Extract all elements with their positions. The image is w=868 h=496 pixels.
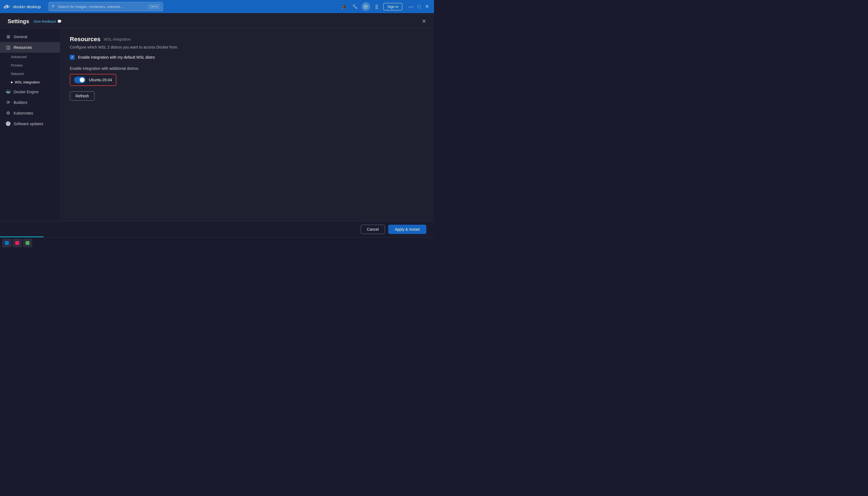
page-heading: Resources WSL integration xyxy=(70,36,424,43)
give-feedback-link[interactable]: Give feedback 💬 xyxy=(33,19,62,24)
default-distro-checkbox[interactable] xyxy=(70,55,75,60)
sidebar-item-builders[interactable]: ⟳ Builders xyxy=(0,97,60,108)
ubuntu-distro-row: Ubuntu-20.04 xyxy=(70,74,116,86)
sidebar-item-software-updates[interactable]: 🕐 Software updates xyxy=(0,118,60,129)
learn-icon-btn[interactable]: 🎓 xyxy=(340,2,348,11)
sidebar: ⊞ General ◫ Resources Advanced Proxies N… xyxy=(0,28,60,221)
active-dot xyxy=(11,81,13,83)
maximize-button[interactable]: □ xyxy=(416,4,422,9)
sidebar-item-wsl-integration[interactable]: WSL integration xyxy=(11,78,60,87)
search-icon: 🔍 xyxy=(51,5,56,9)
network-label: Network xyxy=(11,72,24,76)
ubuntu-distro-name: Ubuntu-20.04 xyxy=(89,78,112,82)
give-feedback-label: Give feedback xyxy=(33,19,56,24)
app-title: docker desktop xyxy=(13,4,41,9)
sign-in-button[interactable]: Sign in xyxy=(383,3,403,10)
svg-rect-2 xyxy=(7,6,8,7)
sidebar-item-advanced[interactable]: Advanced xyxy=(11,52,60,61)
settings-footer: Cancel Apply & restart xyxy=(0,221,434,237)
page-title-text: Resources xyxy=(70,36,100,43)
taskbar-item-3[interactable] xyxy=(23,238,32,247)
search-shortcut: Ctrl+K xyxy=(148,4,160,9)
docker-engine-label: Docker Engine xyxy=(14,90,39,94)
settings-icon-btn[interactable]: ⚙️ xyxy=(362,2,370,11)
resources-icon: ◫ xyxy=(5,45,11,50)
cancel-button[interactable]: Cancel xyxy=(361,225,385,234)
svg-rect-3 xyxy=(5,5,6,6)
settings-title: Settings xyxy=(7,18,29,25)
sidebar-item-general[interactable]: ⊞ General xyxy=(0,31,60,42)
search-box[interactable]: 🔍 Search for images, containers, volumes… xyxy=(49,2,163,11)
settings-panel: Settings Give feedback 💬 ✕ ⊞ General ◫ R… xyxy=(0,13,434,237)
taskbar-item-2[interactable] xyxy=(13,238,22,247)
window-controls: — □ ✕ xyxy=(407,4,431,9)
ubuntu-toggle[interactable] xyxy=(74,77,85,83)
feedback-icon: 💬 xyxy=(57,19,62,24)
grid-icon-btn[interactable]: ⣿ xyxy=(373,2,381,11)
default-distro-label: Enable integration with my default WSL d… xyxy=(78,55,155,59)
builders-label: Builders xyxy=(14,100,28,105)
titlebar-actions: 🎓 🔧 ⚙️ ⣿ Sign in xyxy=(340,2,403,11)
taskbar-icon-1 xyxy=(5,241,9,245)
kubernetes-label: Kubernetes xyxy=(14,111,33,115)
sidebar-item-proxies[interactable]: Proxies xyxy=(11,61,60,69)
sidebar-item-network[interactable]: Network xyxy=(11,69,60,78)
svg-rect-1 xyxy=(5,6,6,7)
wsl-label: WSL integration xyxy=(15,80,40,84)
additional-distros-label: Enable integration with additional distr… xyxy=(70,66,424,71)
taskbar-icon-3 xyxy=(26,241,29,245)
titlebar: docker desktop 🔍 Search for images, cont… xyxy=(0,0,434,13)
docker-engine-icon: 🐳 xyxy=(5,89,11,94)
taskbar-icon-2 xyxy=(15,241,19,245)
refresh-label: Refresh xyxy=(76,94,89,98)
apply-restart-button[interactable]: Apply & restart xyxy=(388,225,426,234)
advanced-label: Advanced xyxy=(11,55,27,59)
search-placeholder-text: Search for images, containers, volumes..… xyxy=(58,5,123,9)
page-subtitle-text: WSL integration xyxy=(104,37,131,42)
svg-rect-4 xyxy=(7,5,8,6)
settings-header: Settings Give feedback 💬 ✕ xyxy=(0,13,434,28)
refresh-button[interactable]: Refresh xyxy=(70,91,95,100)
progress-bar xyxy=(0,236,44,237)
section-description: Configure which WSL 2 distros you want t… xyxy=(70,45,424,49)
sidebar-general-label: General xyxy=(14,35,27,39)
close-settings-button[interactable]: ✕ xyxy=(422,18,426,25)
software-updates-icon: 🕐 xyxy=(5,121,11,126)
svg-rect-0 xyxy=(4,6,5,7)
docker-whale-icon xyxy=(3,3,11,10)
default-distro-row: Enable integration with my default WSL d… xyxy=(70,55,424,60)
taskbar-item-1[interactable] xyxy=(2,238,12,247)
sidebar-resources-label: Resources xyxy=(14,45,32,50)
sidebar-item-resources[interactable]: ◫ Resources xyxy=(0,42,60,52)
close-window-button[interactable]: ✕ xyxy=(423,4,431,9)
kubernetes-icon: ⚙ xyxy=(5,110,11,115)
settings-body: ⊞ General ◫ Resources Advanced Proxies N… xyxy=(0,28,434,221)
proxies-label: Proxies xyxy=(11,63,22,67)
sidebar-item-docker-engine[interactable]: 🐳 Docker Engine xyxy=(0,87,60,97)
sidebar-sub-resources: Advanced Proxies Network WSL integration xyxy=(0,52,60,87)
sidebar-item-kubernetes[interactable]: ⚙ Kubernetes xyxy=(0,108,60,118)
builders-icon: ⟳ xyxy=(5,100,11,105)
search-container: 🔍 Search for images, containers, volumes… xyxy=(49,2,163,11)
general-icon: ⊞ xyxy=(5,34,11,39)
extensions-icon-btn[interactable]: 🔧 xyxy=(351,2,359,11)
main-content: Resources WSL integration Configure whic… xyxy=(60,28,434,221)
minimize-button[interactable]: — xyxy=(407,4,415,9)
software-updates-label: Software updates xyxy=(14,122,43,126)
taskbar xyxy=(0,237,434,248)
app-logo: docker desktop xyxy=(3,3,41,10)
